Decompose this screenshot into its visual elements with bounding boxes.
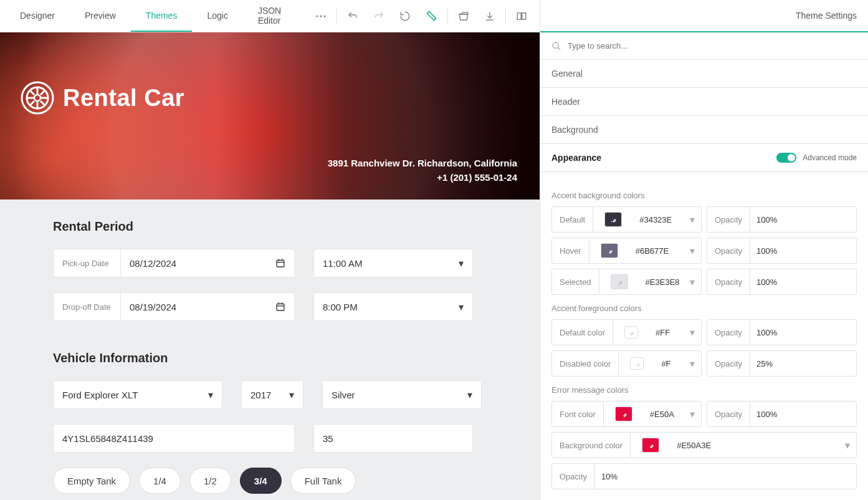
- section-rental-period-title: Rental Period: [53, 219, 487, 234]
- vehicle-model-select[interactable]: Ford Explorer XLT ▾: [53, 380, 222, 409]
- advanced-mode-toggle[interactable]: [776, 153, 796, 163]
- section-appearance[interactable]: Appearance Advanced mode: [540, 144, 868, 172]
- theme-paint-icon[interactable]: [419, 2, 445, 30]
- calendar-icon[interactable]: [267, 258, 294, 268]
- sidebar-search[interactable]: [540, 32, 868, 60]
- brand-title: Rental Car: [63, 85, 184, 112]
- tab-logic[interactable]: Logic: [192, 0, 242, 32]
- vehicle-color-select[interactable]: Silver ▾: [322, 380, 482, 409]
- svg-point-22: [553, 42, 558, 48]
- fuel-pill-quarter[interactable]: 1/4: [139, 468, 181, 494]
- advanced-mode-label: Advanced mode: [803, 153, 857, 162]
- top-toolbar: Designer Preview Themes Logic JSON Edito…: [0, 0, 540, 32]
- svg-point-5: [34, 95, 41, 101]
- error-font-color[interactable]: Font color #E50A ▾: [551, 401, 702, 427]
- tab-json-editor[interactable]: JSON Editor: [243, 0, 308, 32]
- search-icon: [551, 41, 561, 51]
- chevron-down-icon: ▾: [684, 276, 701, 288]
- wheel-logo-icon: [21, 81, 54, 115]
- group-accent-fg-title: Accent foreground colors: [551, 304, 857, 313]
- chevron-down-icon: ▾: [199, 389, 222, 401]
- book-icon[interactable]: [508, 2, 535, 30]
- tab-themes[interactable]: Themes: [131, 0, 193, 32]
- reset-icon[interactable]: [392, 2, 418, 30]
- undo-icon[interactable]: [340, 2, 366, 30]
- error-bg-color[interactable]: Background color #E50A3E ▾: [551, 432, 857, 458]
- address-text: 3891 Ranchview Dr. Richardson, Californi…: [328, 156, 517, 171]
- accent-bg-default-opacity[interactable]: Opacity 100%: [707, 206, 857, 233]
- fuel-level-pills: Empty Tank 1/4 1/2 3/4 Full Tank: [53, 468, 487, 494]
- error-font-opacity[interactable]: Opacity 100%: [707, 401, 857, 427]
- fuel-pill-empty[interactable]: Empty Tank: [53, 468, 130, 494]
- chevron-down-icon: ▾: [450, 257, 472, 269]
- open-icon[interactable]: [451, 2, 477, 30]
- pickup-date-label: Pick-up Date: [54, 249, 121, 277]
- svg-line-12: [41, 90, 45, 95]
- phone-text: +1 (201) 555-01-24: [328, 171, 517, 185]
- mileage-input[interactable]: 35: [313, 424, 473, 453]
- svg-rect-14: [277, 260, 284, 267]
- more-icon[interactable]: [308, 2, 334, 30]
- accent-bg-hover-opacity[interactable]: Opacity 100%: [707, 238, 857, 264]
- chevron-down-icon: ▾: [684, 214, 701, 226]
- chevron-down-icon: ▾: [684, 408, 701, 420]
- vin-input[interactable]: 4Y1SL65848Z411439: [53, 424, 295, 453]
- pickup-time-select[interactable]: 11:00 AM ▾: [313, 249, 473, 277]
- contact-block: 3891 Ranchview Dr. Richardson, Californi…: [328, 156, 517, 185]
- svg-point-0: [317, 15, 318, 17]
- chevron-down-icon: ▾: [684, 358, 701, 370]
- accent-bg-default-color[interactable]: Default #34323E ▾: [551, 206, 702, 233]
- accent-bg-hover-color[interactable]: Hover #6B677E ▾: [551, 238, 702, 264]
- accent-bg-selected-color[interactable]: Selected #E3E3E8 ▾: [551, 269, 702, 295]
- accent-fg-disabled-color[interactable]: Disabled color #F ▾: [551, 350, 702, 377]
- accent-fg-default-color[interactable]: Default color #FF ▾: [551, 319, 702, 345]
- survey-header-hero: Rental Car 3891 Ranchview Dr. Richardson…: [0, 32, 540, 200]
- chevron-down-icon: ▾: [684, 245, 701, 257]
- download-icon[interactable]: [477, 2, 503, 30]
- dropoff-date-field[interactable]: Drop-off Date 08/19/2024: [53, 292, 295, 321]
- dropoff-time-select[interactable]: 8:00 PM ▾: [313, 292, 473, 321]
- svg-point-1: [320, 15, 322, 17]
- accent-bg-selected-opacity[interactable]: Opacity 100%: [707, 269, 857, 295]
- section-background[interactable]: Background: [540, 116, 868, 144]
- error-bg-opacity[interactable]: Opacity 10%: [551, 463, 857, 489]
- group-accent-bg-title: Accent background colors: [551, 191, 857, 200]
- svg-line-11: [41, 101, 45, 105]
- svg-line-23: [558, 47, 560, 50]
- group-error-title: Error message colors: [551, 385, 857, 395]
- vehicle-year-select[interactable]: 2017 ▾: [241, 380, 303, 409]
- search-input[interactable]: [568, 41, 857, 50]
- main-tabs: Designer Preview Themes Logic JSON Edito…: [5, 0, 308, 32]
- accent-fg-disabled-opacity[interactable]: Opacity 25%: [707, 350, 857, 377]
- fuel-pill-full[interactable]: Full Tank: [290, 468, 356, 494]
- section-vehicle-title: Vehicle Information: [53, 351, 487, 365]
- chevron-down-icon: ▾: [684, 327, 701, 339]
- accent-fg-default-opacity[interactable]: Opacity 100%: [707, 319, 857, 345]
- svg-line-13: [30, 101, 34, 105]
- svg-line-10: [30, 90, 34, 95]
- chevron-down-icon: ▾: [459, 389, 481, 401]
- fuel-pill-half[interactable]: 1/2: [189, 468, 231, 494]
- chevron-down-icon: ▾: [839, 440, 856, 451]
- dropoff-date-label: Drop-off Date: [54, 293, 121, 320]
- pickup-date-field[interactable]: Pick-up Date 08/12/2024: [53, 249, 295, 277]
- sidebar-title: Theme Settings: [540, 0, 868, 32]
- svg-rect-18: [277, 304, 284, 310]
- fuel-pill-three-quarter[interactable]: 3/4: [240, 468, 282, 494]
- calendar-icon[interactable]: [267, 302, 294, 312]
- section-general[interactable]: General: [540, 60, 868, 88]
- tab-designer[interactable]: Designer: [5, 0, 70, 32]
- tab-preview[interactable]: Preview: [70, 0, 131, 32]
- section-header[interactable]: Header: [540, 88, 868, 116]
- svg-point-2: [324, 15, 326, 17]
- chevron-down-icon: ▾: [280, 389, 303, 401]
- chevron-down-icon: ▾: [450, 301, 472, 313]
- redo-icon[interactable]: [366, 2, 392, 30]
